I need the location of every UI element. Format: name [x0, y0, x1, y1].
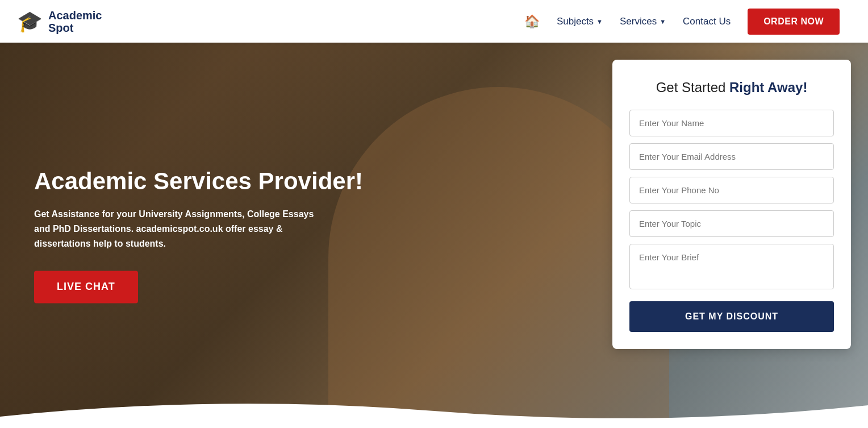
- services-label: Services: [620, 16, 657, 27]
- phone-input[interactable]: [629, 177, 834, 203]
- live-chat-button[interactable]: LIVE CHAT: [34, 271, 138, 304]
- get-discount-button[interactable]: GET MY DISCOUNT: [629, 301, 834, 332]
- order-now-button[interactable]: ORDER NOW: [748, 9, 840, 35]
- contact-form-card: Get Started Right Away! GET MY DISCOUNT: [612, 60, 851, 349]
- hero-wave: [0, 394, 868, 428]
- name-input[interactable]: [629, 110, 834, 136]
- home-icon[interactable]: 🏠: [524, 14, 540, 29]
- form-title: Get Started Right Away!: [629, 80, 834, 95]
- email-input[interactable]: [629, 143, 834, 170]
- subjects-arrow-icon: ▼: [596, 18, 603, 25]
- navbar: 🎓 Academic Spot 🏠 Subjects ▼ Services ▼ …: [0, 0, 868, 43]
- topic-input[interactable]: [629, 210, 834, 237]
- nav-links: 🏠 Subjects ▼ Services ▼ Contact Us ORDER…: [524, 9, 840, 35]
- hero-section: Academic Services Provider! Get Assistan…: [0, 43, 868, 428]
- hero-content: Academic Services Provider! Get Assistan…: [34, 167, 363, 303]
- nav-subjects[interactable]: Subjects ▼: [557, 16, 603, 27]
- nav-contact[interactable]: Contact Us: [683, 16, 731, 27]
- hero-description: Get Assistance for your University Assig…: [34, 207, 329, 251]
- nav-services[interactable]: Services ▼: [620, 16, 666, 27]
- subjects-label: Subjects: [557, 16, 594, 27]
- brief-textarea[interactable]: [629, 244, 834, 289]
- logo-icon: 🎓: [17, 10, 43, 34]
- logo-text: Academic Spot: [48, 9, 102, 34]
- hero-title: Academic Services Provider!: [34, 167, 363, 196]
- logo[interactable]: 🎓 Academic Spot: [17, 9, 102, 34]
- services-arrow-icon: ▼: [660, 18, 666, 25]
- contact-label: Contact Us: [683, 16, 731, 27]
